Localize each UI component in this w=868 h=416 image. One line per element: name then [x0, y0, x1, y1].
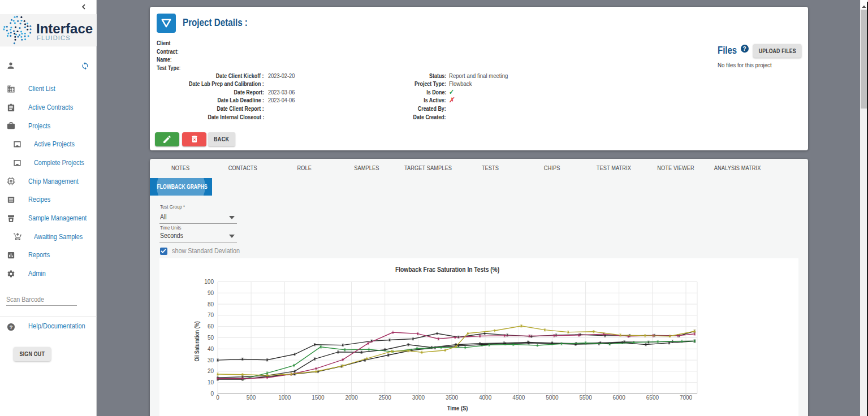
svg-text:50: 50 — [208, 335, 214, 341]
svg-text:1000: 1000 — [278, 395, 291, 401]
svg-text:4000: 4000 — [479, 395, 492, 401]
svg-text:4500: 4500 — [512, 395, 525, 401]
svg-text:6000: 6000 — [613, 395, 626, 401]
svg-text:60: 60 — [208, 323, 214, 330]
svg-text:?: ? — [10, 324, 13, 330]
svg-text:Time (S): Time (S) — [447, 405, 468, 411]
svg-text:3000: 3000 — [412, 395, 425, 401]
svg-text:0: 0 — [216, 395, 219, 401]
svg-text:0: 0 — [210, 391, 214, 397]
svg-text:10: 10 — [208, 379, 214, 385]
svg-text:90: 90 — [208, 290, 214, 296]
svg-text:2500: 2500 — [379, 395, 392, 401]
svg-text:3500: 3500 — [446, 395, 459, 401]
svg-text:6500: 6500 — [646, 395, 659, 401]
svg-text:5500: 5500 — [579, 395, 592, 401]
svg-text:5000: 5000 — [546, 395, 559, 401]
svg-text:70: 70 — [208, 312, 214, 318]
svg-text:40: 40 — [208, 346, 214, 352]
svg-text:500: 500 — [247, 395, 256, 401]
svg-text:1500: 1500 — [312, 395, 325, 401]
svg-text:Oil Saturation (%): Oil Saturation (%) — [194, 321, 200, 361]
svg-text:7000: 7000 — [680, 395, 693, 401]
svg-text:80: 80 — [208, 301, 214, 307]
svg-text:100: 100 — [204, 279, 214, 285]
svg-text:2000: 2000 — [345, 395, 358, 401]
svg-text:Flowback Frac Saturation In Te: Flowback Frac Saturation In Tests (%) — [395, 266, 499, 273]
svg-text:20: 20 — [208, 368, 214, 374]
svg-text:30: 30 — [208, 357, 214, 363]
